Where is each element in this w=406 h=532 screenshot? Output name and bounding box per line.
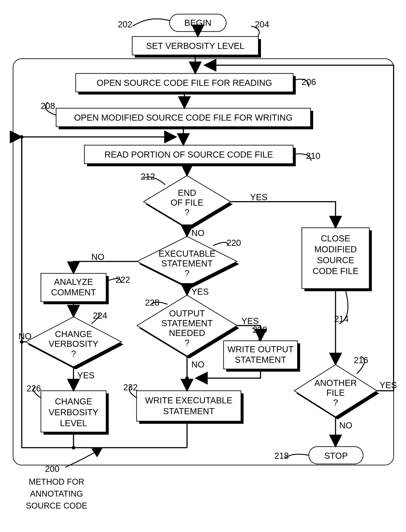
svg-text:END: END	[178, 188, 196, 198]
svg-text:ANALYZE: ANALYZE	[54, 277, 93, 287]
ref-210: 210	[306, 151, 320, 161]
svg-text:COMMENT: COMMENT	[51, 288, 96, 297]
flowchart-diagram: BEGIN 202 204 SET VERBOSITY LEVEL OPEN S…	[0, 0, 406, 532]
edge-224-yes: YES	[77, 370, 94, 380]
edge-220-no: NO	[91, 252, 104, 262]
ref-202: 202	[118, 20, 132, 29]
svg-text:?: ?	[71, 349, 76, 358]
node-206: OPEN SOURCE CODE FILE FOR READING	[76, 73, 296, 94]
node-204: SET VERBOSITY LEVEL	[132, 36, 261, 57]
edge-228-yes: YES	[241, 316, 259, 326]
edge-212-no: NO	[191, 228, 204, 238]
svg-text:WRITE EXECUTABLE: WRITE EXECUTABLE	[145, 396, 232, 405]
node-begin: BEGIN	[170, 14, 226, 31]
svg-text:EXECUTABLE: EXECUTABLE	[159, 249, 216, 258]
svg-text:CODE FILE: CODE FILE	[312, 266, 358, 276]
svg-text:?: ?	[333, 398, 338, 407]
ref-214: 214	[334, 314, 349, 324]
svg-text:FILE: FILE	[326, 388, 345, 397]
svg-text:?: ?	[185, 338, 189, 348]
diagram-title-1: METHOD FOR	[29, 477, 84, 486]
svg-text:CLOSE: CLOSE	[321, 234, 350, 243]
svg-text:SOURCE: SOURCE	[317, 255, 354, 265]
ref-232: 232	[123, 383, 138, 392]
svg-text:SET VERBOSITY LEVEL: SET VERBOSITY LEVEL	[146, 41, 244, 51]
ref-216: 216	[354, 355, 368, 365]
svg-text:CHANGE: CHANGE	[55, 397, 92, 406]
edge-224-no: NO	[18, 331, 31, 341]
svg-text:BEGIN: BEGIN	[184, 18, 211, 28]
node-230: WRITE OUTPUT STATEMENT	[224, 341, 300, 372]
svg-text:STATEMENT: STATEMENT	[161, 318, 213, 328]
svg-text:MODIFIED: MODIFIED	[314, 244, 357, 254]
node-stop: STOP	[309, 447, 363, 464]
edge-216-no: NO	[339, 420, 352, 430]
node-214: CLOSE MODIFIED SOURCE CODE FILE	[302, 228, 372, 291]
ref-228: 228	[145, 298, 160, 307]
ref-206: 206	[302, 77, 316, 87]
ref-220: 220	[227, 238, 241, 248]
svg-point-66	[20, 340, 23, 344]
node-232: WRITE EXECUTABLE STATEMENT	[137, 391, 244, 424]
svg-text:WRITE OUTPUT: WRITE OUTPUT	[227, 344, 294, 354]
svg-text:STATEMENT: STATEMENT	[235, 355, 286, 364]
svg-point-67	[20, 135, 23, 139]
ref-230: 230	[253, 325, 267, 334]
node-208: OPEN MODIFIED SOURCE CODE FILE FOR WRITI…	[56, 108, 313, 129]
svg-text:?: ?	[185, 207, 189, 217]
ref-212: 212	[141, 172, 155, 181]
edge-212-yes: YES	[250, 192, 268, 202]
svg-text:ANOTHER: ANOTHER	[314, 378, 357, 388]
edge-216-yes: YES	[379, 380, 397, 390]
svg-text:OUTPUT: OUTPUT	[169, 309, 205, 318]
svg-text:OPEN MODIFIED SOURCE CODE FILE: OPEN MODIFIED SOURCE CODE FILE FOR WRITI…	[74, 113, 293, 122]
svg-text:OPEN SOURCE CODE FILE FOR READ: OPEN SOURCE CODE FILE FOR READING	[97, 78, 272, 88]
ref-224: 224	[93, 311, 108, 320]
svg-text:READ PORTION OF SOURCE CODE FI: READ PORTION OF SOURCE CODE FILE	[105, 150, 273, 159]
svg-point-69	[194, 64, 197, 67]
svg-text:LEVEL: LEVEL	[60, 418, 87, 428]
svg-text:NEEDED: NEEDED	[169, 328, 205, 338]
svg-text:VERBOSITY: VERBOSITY	[49, 407, 99, 417]
diagram-title-3: SOURCE CODE	[26, 501, 87, 510]
ref-200: 200	[45, 464, 60, 474]
ref-208: 208	[41, 101, 55, 111]
svg-text:VERBOSITY: VERBOSITY	[49, 339, 99, 348]
ref-218: 218	[275, 451, 289, 461]
node-210: READ PORTION OF SOURCE CODE FILE	[84, 145, 296, 166]
svg-text:STOP: STOP	[324, 451, 348, 461]
edge-228-no: NO	[191, 360, 204, 369]
svg-text:?: ?	[185, 268, 189, 278]
edge-220-yes: YES	[191, 287, 209, 296]
svg-point-65	[72, 446, 75, 449]
ref-222: 222	[116, 275, 130, 284]
ref-204: 204	[255, 20, 269, 29]
svg-text:STATEMENT: STATEMENT	[161, 259, 213, 268]
svg-text:STATEMENT: STATEMENT	[163, 406, 214, 416]
node-222: ANALYZE COMMENT	[41, 273, 109, 304]
node-226: CHANGE VERBOSITY LEVEL	[41, 391, 109, 435]
diagram-title-2: ANNOTATING	[30, 489, 83, 498]
ref-226: 226	[27, 383, 41, 393]
svg-text:OF FILE: OF FILE	[170, 198, 203, 207]
svg-point-68	[185, 376, 189, 380]
svg-text:CHANGE: CHANGE	[55, 329, 92, 339]
